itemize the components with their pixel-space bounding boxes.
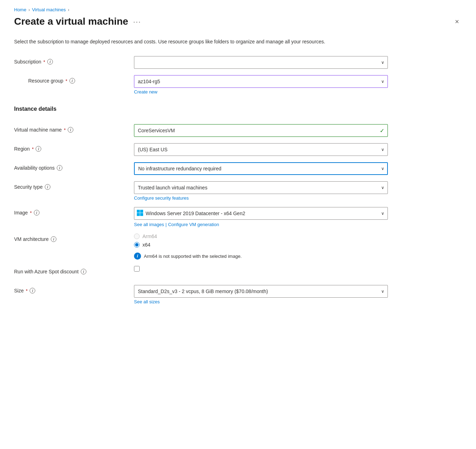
arm64-info-banner: i Arm64 is not supported with the select… [134, 253, 462, 260]
availability-options-label-col: Availability options i [14, 162, 134, 171]
configure-security-link[interactable]: Configure security features [134, 195, 462, 201]
subscription-dropdown[interactable] [134, 56, 388, 69]
security-type-row: Security type i Trusted launch virtual m… [14, 181, 462, 201]
image-required: * [30, 210, 32, 216]
subscription-dropdown-wrapper: ∨ [134, 56, 388, 69]
region-label-col: Region * i [14, 143, 134, 152]
description-text: Select the subscription to manage deploy… [14, 38, 384, 45]
create-new-link[interactable]: Create new [134, 89, 462, 95]
subscription-control: ∨ [134, 56, 462, 69]
vm-name-control: ✓ [134, 124, 462, 137]
close-button[interactable]: × [452, 16, 462, 27]
availability-options-dropdown-wrapper: No infrastructure redundancy required ∨ [134, 162, 388, 175]
radio-x64-item[interactable]: x64 [134, 242, 462, 248]
resource-group-label: Resource group [28, 78, 63, 84]
vm-name-input[interactable] [134, 124, 388, 137]
page-title-row: Create a virtual machine ··· [14, 16, 141, 27]
region-control: (US) East US ∨ [134, 143, 462, 156]
see-all-images-link[interactable]: See all images [134, 222, 164, 227]
more-options-button[interactable]: ··· [133, 18, 141, 26]
radio-arm64[interactable] [134, 233, 140, 239]
arm64-info-text: Arm64 is not supported with the selected… [144, 254, 242, 259]
subscription-row: Subscription * i ∨ [14, 56, 462, 69]
security-type-label-col: Security type i [14, 181, 134, 190]
region-info-icon[interactable]: i [36, 146, 41, 152]
resource-group-dropdown[interactable]: az104-rg5 [134, 75, 388, 88]
radio-arm64-label: Arm64 [142, 233, 157, 239]
security-type-info-icon[interactable]: i [45, 184, 50, 190]
image-dropdown[interactable]: Windows Server 2019 Datacenter - x64 Gen… [134, 207, 388, 220]
vm-name-label-col: Virtual machine name * i [14, 124, 134, 133]
subscription-info-icon[interactable]: i [47, 59, 53, 65]
region-dropdown[interactable]: (US) East US [134, 143, 388, 156]
vm-name-row: Virtual machine name * i ✓ [14, 124, 462, 137]
see-all-sizes-link[interactable]: See all sizes [134, 299, 462, 304]
vm-architecture-control: Arm64 x64 i Arm64 is not supported with … [134, 233, 462, 260]
vm-architecture-info-icon[interactable]: i [51, 236, 56, 242]
size-required: * [26, 288, 28, 293]
spot-discount-control [134, 266, 462, 272]
security-type-dropdown-wrapper: Trusted launch virtual machines ∨ [134, 181, 388, 194]
breadcrumb-home[interactable]: Home [14, 7, 26, 12]
size-row: Size * i Standard_D2s_v3 - 2 vcpus, 8 Gi… [14, 285, 462, 304]
instance-details-section: Instance details [14, 102, 462, 119]
subscription-required: * [43, 59, 45, 65]
radio-x64[interactable] [134, 242, 140, 248]
image-info-icon[interactable]: i [34, 210, 39, 216]
security-type-label: Security type [14, 184, 43, 190]
breadcrumb-sep-2: › [68, 7, 69, 12]
availability-options-info-icon[interactable]: i [57, 165, 62, 171]
size-dropdown-wrapper: Standard_D2s_v3 - 2 vcpus, 8 GiB memory … [134, 285, 388, 298]
availability-options-dropdown[interactable]: No infrastructure redundancy required [134, 162, 388, 175]
availability-options-control: No infrastructure redundancy required ∨ [134, 162, 462, 175]
arm64-info-icon: i [134, 253, 141, 260]
region-row: Region * i (US) East US ∨ [14, 143, 462, 156]
vm-name-check-icon: ✓ [380, 127, 384, 134]
radio-arm64-item[interactable]: Arm64 [134, 233, 462, 239]
size-label: Size [14, 288, 24, 293]
resource-group-dropdown-wrapper: az104-rg5 ∨ [134, 75, 388, 88]
image-dropdown-wrapper: Windows Server 2019 Datacenter - x64 Gen… [134, 207, 388, 220]
size-label-col: Size * i [14, 285, 134, 293]
image-label: Image [14, 210, 28, 216]
image-label-col: Image * i [14, 207, 134, 216]
vm-architecture-label: VM architecture [14, 236, 49, 242]
breadcrumb-virtual-machines[interactable]: Virtual machines [32, 7, 66, 12]
page-container: Home › Virtual machines › Create a virtu… [0, 0, 476, 449]
resource-group-row: Resource group * i az104-rg5 ∨ Create ne… [14, 75, 462, 95]
spot-discount-label: Run with Azure Spot discount [14, 269, 79, 274]
spot-discount-checkbox[interactable] [134, 266, 140, 272]
security-type-control: Trusted launch virtual machines ∨ Config… [134, 181, 462, 201]
size-info-icon[interactable]: i [30, 288, 35, 293]
vm-architecture-radio-group: Arm64 x64 [134, 233, 462, 248]
instance-details-heading: Instance details [14, 106, 462, 112]
availability-options-label: Availability options [14, 165, 55, 171]
page-title: Create a virtual machine [14, 16, 128, 27]
form-section: Subscription * i ∨ Resource group * i [14, 56, 462, 311]
spot-discount-checkbox-wrapper [134, 266, 462, 272]
size-dropdown[interactable]: Standard_D2s_v3 - 2 vcpus, 8 GiB memory … [134, 285, 388, 298]
configure-vm-link[interactable]: Configure VM generation [168, 222, 219, 227]
region-label: Region [14, 146, 30, 152]
vm-name-input-wrapper: ✓ [134, 124, 388, 137]
availability-options-row: Availability options i No infrastructure… [14, 162, 462, 175]
resource-group-control: az104-rg5 ∨ Create new [134, 75, 462, 95]
vm-architecture-label-col: VM architecture i [14, 233, 134, 242]
spot-discount-info-icon[interactable]: i [81, 269, 86, 274]
breadcrumb: Home › Virtual machines › [14, 7, 462, 12]
region-required: * [32, 146, 33, 152]
resource-group-required: * [66, 78, 67, 84]
image-control: Windows Server 2019 Datacenter - x64 Gen… [134, 207, 462, 227]
page-header: Create a virtual machine ··· × [14, 16, 462, 27]
security-type-dropdown[interactable]: Trusted launch virtual machines [134, 181, 388, 194]
resource-group-label-col: Resource group * i [14, 75, 134, 84]
region-dropdown-wrapper: (US) East US ∨ [134, 143, 388, 156]
vm-architecture-row: VM architecture i Arm64 x64 i Arm64 i [14, 233, 462, 260]
resource-group-info-icon[interactable]: i [69, 78, 75, 84]
vm-name-required: * [64, 127, 66, 133]
vm-name-info-icon[interactable]: i [68, 127, 73, 133]
image-links-row: See all images | Configure VM generation [134, 222, 462, 227]
subscription-label: Subscription [14, 59, 41, 65]
size-control: Standard_D2s_v3 - 2 vcpus, 8 GiB memory … [134, 285, 462, 304]
radio-x64-label: x64 [142, 242, 151, 248]
